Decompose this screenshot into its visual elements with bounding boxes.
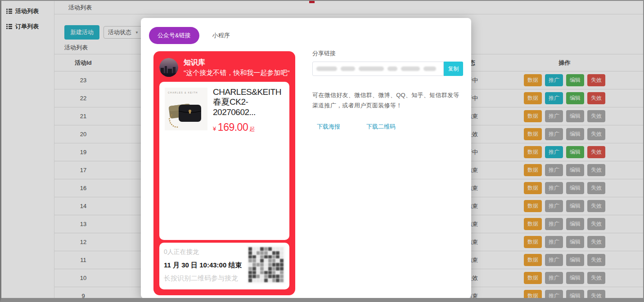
download-qr-link[interactable]: 下载二维码	[366, 123, 396, 131]
app-window: 活动列表 订单列表 活动列表 新建活动 活动状态 ▼ 活动列表	[0, 0, 644, 302]
qr-code	[247, 245, 285, 284]
product-card: CHARLES & KEITH CHARLES&KEITH 春夏CK2-2027…	[159, 82, 289, 240]
share-modal: 公众号&链接 小程序	[141, 18, 471, 298]
price-value: 169.00	[218, 121, 248, 133]
product-title: CHARLES&KEITH 春夏CK2-20270602...	[213, 87, 284, 117]
tab-mini-program[interactable]: 小程序	[212, 31, 230, 40]
share-section: 分享链接 复制 可在微信好友、微信群、微博、QQ、知乎、短信群发等渠道推广，或者…	[312, 49, 463, 131]
promotion-tip: 可在微信好友、微信群、微博、QQ、知乎、短信群发等渠道推广，或者用户页面装修等！	[312, 90, 463, 111]
share-link-row: 复制	[312, 62, 463, 76]
share-link-input[interactable]	[312, 62, 444, 76]
download-links: 下载海报 下载二维码	[317, 123, 463, 131]
quote-text: "这个接龙不错，快和我一起参加吧"	[184, 69, 290, 77]
poster-header-text: 知识库 "这个接龙不错，快和我一起参加吧"	[184, 58, 290, 77]
share-link-label: 分享链接	[312, 49, 463, 58]
copy-button[interactable]: 复制	[444, 62, 463, 76]
modal-tabs: 公众号&链接 小程序	[149, 27, 471, 44]
nickname: 知识库	[184, 58, 290, 67]
tab-official-account-link[interactable]: 公众号&链接	[149, 27, 199, 44]
price-suffix: 起	[248, 126, 255, 132]
product-price: ¥ 169.00 起	[213, 121, 255, 133]
download-poster-link[interactable]: 下载海报	[317, 123, 340, 131]
poster-footer: 0人正在接龙 11 月 30 日 10:43:00 结束 长按识别二维码参与接龙	[159, 243, 289, 289]
product-image: CHARLES & KEITH	[165, 88, 207, 130]
currency-symbol: ¥	[213, 125, 218, 132]
poster-header: 知识库 "这个接龙不错，快和我一起参加吧"	[159, 57, 289, 82]
avatar	[159, 58, 178, 77]
svg-text:CHARLES & KEITH: CHARLES & KEITH	[168, 91, 198, 94]
poster-preview: 知识库 "这个接龙不错，快和我一起参加吧" CHARLES & KEITH	[153, 51, 295, 295]
